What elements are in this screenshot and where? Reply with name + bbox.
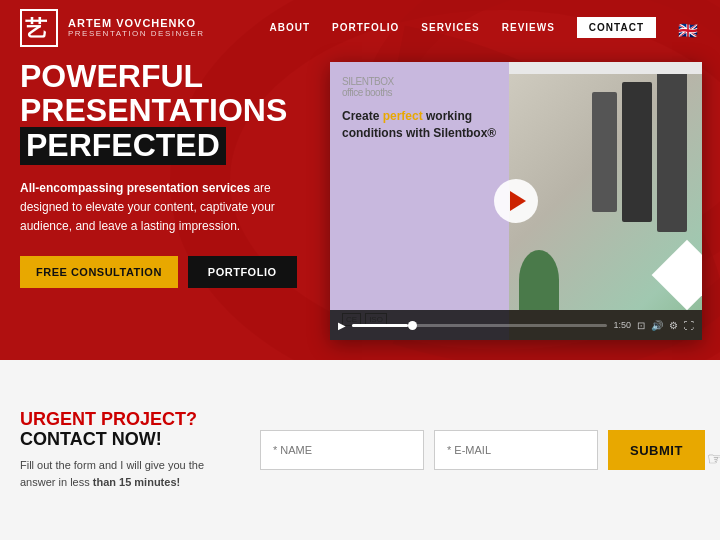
progress-dot — [408, 321, 417, 330]
main-nav: ABOUT PORTFOLIO SERVICES REVIEWS CONTACT… — [269, 17, 700, 38]
video-caption: Create perfect working conditions with S… — [342, 108, 497, 142]
plant — [519, 250, 559, 310]
hero-section: 艺 ARTEM VOVCHENKO PRESENTATION DESINGER … — [0, 0, 720, 360]
play-triangle-icon — [510, 191, 526, 211]
subtitles-icon[interactable]: ⊡ — [637, 320, 645, 331]
video-time: 1:50 — [613, 320, 631, 330]
logo-subtitle: PRESENTATION DESINGER — [68, 29, 205, 38]
contact-left: URGENT PROJECT? CONTACT NOW! Fill out th… — [20, 410, 240, 491]
header: 艺 ARTEM VOVCHENKO PRESENTATION DESINGER … — [0, 0, 720, 55]
fullscreen-icon[interactable]: ⛶ — [684, 320, 694, 331]
control-icons: ⊡ 🔊 ⚙ ⛶ — [637, 320, 694, 331]
nav-services[interactable]: SERVICES — [421, 22, 479, 33]
name-input[interactable] — [260, 430, 424, 470]
contact-form: SUBMIT ☞ — [260, 430, 720, 470]
submit-button[interactable]: SUBMIT — [608, 430, 705, 470]
booth-1 — [657, 72, 687, 232]
settings-icon[interactable]: ⚙ — [669, 320, 678, 331]
hero-desc-bold: All-encompassing presentation services — [20, 181, 250, 195]
urgent-subtitle: CONTACT NOW! — [20, 430, 240, 450]
caption-plain: Create — [342, 109, 383, 123]
contact-description: Fill out the form and I will give you th… — [20, 457, 240, 490]
brand-name: SILENTBOX — [342, 76, 497, 87]
hero-title-line2: PRESENTATIONS — [20, 92, 287, 128]
nav-portfolio[interactable]: PORTFOLIO — [332, 22, 399, 33]
contact-desc-bold: than 15 minutes! — [93, 476, 180, 488]
video-brand-panel: SILENTBOX office booths Create perfect w… — [330, 62, 509, 340]
svg-text:艺: 艺 — [25, 16, 48, 41]
booth-3 — [592, 92, 617, 212]
email-input[interactable] — [434, 430, 598, 470]
free-consultation-button[interactable]: FREE CONSULTATION — [20, 256, 178, 288]
language-flag[interactable]: 🇬🇧 — [678, 21, 700, 35]
hero-buttons: FREE CONSULTATION PORTFOLIO — [20, 256, 320, 288]
caption-accent: perfect — [383, 109, 423, 123]
hero-title-line1: POWERFUL — [20, 58, 203, 94]
logo-name: ARTEM VOVCHENKO — [68, 17, 205, 29]
logo-text: ARTEM VOVCHENKO PRESENTATION DESINGER — [68, 17, 205, 38]
booth-2 — [622, 82, 652, 222]
portfolio-button[interactable]: PORTFOLIO — [188, 256, 297, 288]
hero-title: POWERFUL PRESENTATIONS PERFECTED — [20, 60, 320, 165]
contact-section: URGENT PROJECT? CONTACT NOW! Fill out th… — [0, 360, 720, 540]
ceiling — [509, 62, 702, 74]
silentbox-logo: SILENTBOX office booths — [342, 76, 497, 98]
control-play-icon[interactable]: ▶ — [338, 320, 346, 331]
nav-about[interactable]: ABOUT — [269, 22, 310, 33]
hero-title-line3: PERFECTED — [20, 127, 226, 165]
nav-contact[interactable]: CONTACT — [577, 17, 656, 38]
nav-reviews[interactable]: REVIEWS — [502, 22, 555, 33]
video-controls: ▶ 1:50 ⊡ 🔊 ⚙ ⛶ — [330, 310, 702, 340]
brand-sub: office booths — [342, 87, 497, 98]
cursor-icon: ☞ — [707, 448, 720, 470]
video-thumbnail: SILENTBOX office booths Create perfect w… — [330, 62, 702, 340]
volume-icon[interactable]: 🔊 — [651, 320, 663, 331]
video-player[interactable]: SILENTBOX office booths Create perfect w… — [330, 62, 702, 340]
progress-fill — [352, 324, 408, 327]
logo-area: 艺 ARTEM VOVCHENKO PRESENTATION DESINGER — [20, 9, 205, 47]
progress-bar[interactable] — [352, 324, 607, 327]
hero-description: All-encompassing presentation services a… — [20, 179, 320, 237]
hero-content: POWERFUL PRESENTATIONS PERFECTED All-enc… — [20, 60, 320, 288]
play-button[interactable] — [494, 179, 538, 223]
logo-icon: 艺 — [20, 9, 58, 47]
urgent-title: URGENT PROJECT? — [20, 410, 240, 430]
